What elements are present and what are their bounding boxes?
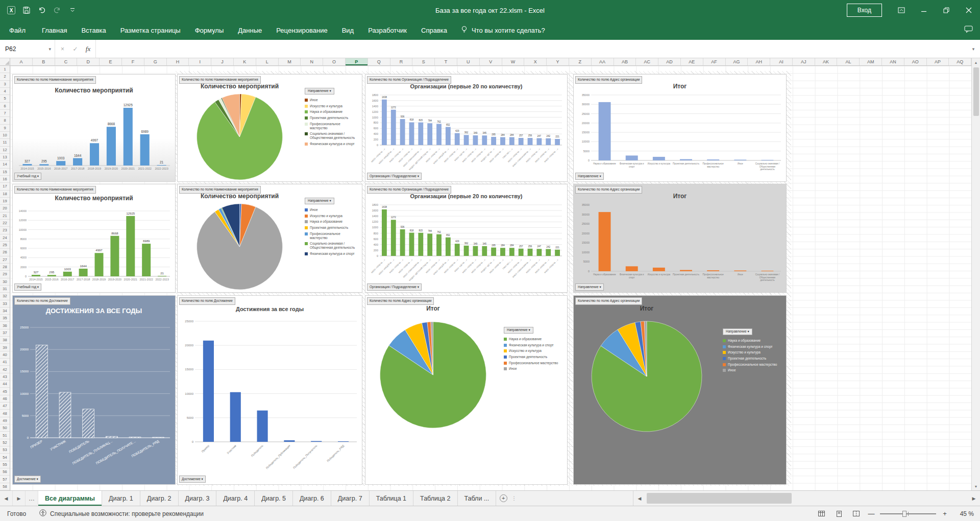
row-header-32[interactable]: 32 (0, 293, 10, 300)
pivot-value-button[interactable]: Количество по полю Адрес организации (367, 297, 434, 305)
column-header-S[interactable]: S (412, 58, 435, 65)
row-header-24[interactable]: 24 (0, 234, 10, 242)
pivot-value-button[interactable]: Количество по полю Адрес организации (575, 297, 642, 305)
undo-icon[interactable] (35, 3, 49, 17)
row-header-47[interactable]: 47 (0, 402, 10, 410)
column-header-C[interactable]: C (55, 58, 78, 65)
page-break-view-icon[interactable] (850, 508, 863, 519)
zoom-slider-thumb[interactable] (902, 511, 906, 517)
normal-view-icon[interactable] (815, 508, 828, 519)
row-header-13[interactable]: 13 (0, 154, 10, 161)
row-header-53[interactable]: 53 (0, 446, 10, 454)
row-header-49[interactable]: 49 (0, 417, 10, 424)
save-icon[interactable] (19, 3, 34, 17)
row-header-55[interactable]: 55 (0, 461, 10, 468)
pivot-value-button[interactable]: Количество по полю Организация / Подразд… (367, 186, 451, 194)
row-header-12[interactable]: 12 (0, 147, 10, 154)
horizontal-scroll-track[interactable] (646, 491, 968, 506)
sheet-tab-3[interactable]: Диагр. 2 (140, 491, 179, 506)
horizontal-scroll-thumb[interactable] (647, 493, 792, 504)
column-header-AC[interactable]: AC (636, 58, 658, 65)
ribbon-tab-7[interactable]: Рецензирование (269, 20, 334, 40)
column-header-L[interactable]: L (256, 58, 279, 65)
row-header-41[interactable]: 41 (0, 359, 10, 366)
pivot-legend-button[interactable]: Направление ▾ (504, 327, 533, 334)
ribbon-tab-5[interactable]: Формулы (188, 20, 231, 40)
row-header-42[interactable]: 42 (0, 366, 10, 373)
row-header-19[interactable]: 19 (0, 198, 10, 205)
chart-11[interactable]: Количество по полю Адрес организацииИтог… (365, 295, 568, 485)
row-header-29[interactable]: 29 (0, 271, 10, 278)
scroll-up-icon[interactable]: ▲ (972, 58, 980, 66)
pivot-value-button[interactable]: Количество по полю Организация / Подразд… (367, 76, 451, 84)
column-header-E[interactable]: E (100, 58, 122, 65)
row-header-50[interactable]: 50 (0, 424, 10, 432)
row-header-33[interactable]: 33 (0, 300, 10, 307)
zoom-slider[interactable] (880, 513, 936, 514)
vertical-scroll-thumb[interactable] (973, 67, 979, 116)
chart-9[interactable]: Количество по полю ДостижениеДОСТИЖЕНИЯ … (12, 295, 176, 485)
row-header-14[interactable]: 14 (0, 161, 10, 168)
column-header-AB[interactable]: AB (614, 58, 636, 65)
row-header-9[interactable]: 9 (0, 125, 10, 132)
column-header-F[interactable]: F (122, 58, 144, 65)
column-header-AD[interactable]: AD (658, 58, 681, 65)
column-header-Q[interactable]: Q (368, 58, 390, 65)
pivot-legend-button[interactable]: Направление ▾ (575, 283, 604, 291)
chart-1[interactable]: Количество по полю Наименование мероприя… (12, 74, 176, 182)
pivot-legend-button[interactable]: Направление ▾ (305, 88, 334, 94)
row-header-37[interactable]: 37 (0, 329, 10, 337)
pivot-axis-button[interactable]: Учебный год ▾ (14, 283, 41, 291)
pivot-legend-button[interactable]: Направление ▾ (723, 328, 752, 335)
row-header-44[interactable]: 44 (0, 381, 10, 388)
column-header-O[interactable]: O (323, 58, 346, 65)
column-header-T[interactable]: T (435, 58, 457, 65)
row-header-46[interactable]: 46 (0, 395, 10, 402)
column-header-AA[interactable]: AA (592, 58, 614, 65)
column-header-AF[interactable]: AF (703, 58, 726, 65)
row-header-56[interactable]: 56 (0, 468, 10, 476)
pivot-legend-button[interactable]: Направление ▾ (575, 173, 604, 180)
pivot-value-button[interactable]: Количество по полю Наименование мероприя… (14, 76, 96, 84)
row-header-31[interactable]: 31 (0, 286, 10, 293)
pivot-value-button[interactable]: Количество по полю Адрес организации (575, 186, 642, 194)
row-header-16[interactable]: 16 (0, 176, 10, 183)
ribbon-tab-3[interactable]: Вставка (74, 20, 113, 40)
row-header-54[interactable]: 54 (0, 454, 10, 461)
ribbon-tab-4[interactable]: Разметка страницы (113, 20, 188, 40)
column-header-AM[interactable]: AM (860, 58, 882, 65)
sheet-nav-left-icon[interactable]: ◀ (0, 491, 13, 506)
row-header-18[interactable]: 18 (0, 191, 10, 198)
row-header-3[interactable]: 3 (0, 81, 10, 88)
cancel-icon[interactable]: × (56, 45, 69, 53)
column-header-AK[interactable]: AK (815, 58, 838, 65)
name-box[interactable]: P62 ▾ (0, 40, 55, 58)
column-header-J[interactable]: J (211, 58, 234, 65)
chart-10[interactable]: Количество по полю ДостижениеДостижения … (177, 295, 362, 485)
chart-5[interactable]: Количество по полю Наименование мероприя… (12, 184, 176, 293)
sheet-nav-more-icon[interactable]: … (26, 491, 38, 506)
chart-8[interactable]: Количество по полю Адрес организацииИтог… (573, 184, 787, 293)
redo-icon[interactable] (50, 3, 64, 17)
page-layout-view-icon[interactable] (832, 508, 845, 519)
pivot-value-button[interactable]: Количество по полю Достижение (14, 297, 70, 305)
row-header-17[interactable]: 17 (0, 183, 10, 190)
insert-function-icon[interactable]: fx (82, 45, 94, 53)
horizontal-scrollbar[interactable]: ◀ ▶ (633, 491, 980, 506)
ribbon-tab-9[interactable]: Разработчик (361, 20, 414, 40)
row-header-11[interactable]: 11 (0, 139, 10, 146)
name-box-dropdown-icon[interactable]: ▾ (48, 46, 55, 52)
row-header-25[interactable]: 25 (0, 242, 10, 249)
pivot-value-button[interactable]: Количество по полю Адрес организации (575, 76, 642, 84)
chart-7[interactable]: Количество по полю Организация / Подразд… (365, 184, 568, 293)
column-header-X[interactable]: X (524, 58, 547, 65)
new-sheet-button[interactable]: + (496, 491, 510, 506)
row-header-22[interactable]: 22 (0, 220, 10, 227)
tell-me-box[interactable]: Что вы хотите сделать? (454, 26, 551, 35)
column-header-AG[interactable]: AG (726, 58, 748, 65)
column-header-AN[interactable]: AN (882, 58, 904, 65)
accessibility-checker[interactable]: Специальные возможности: проверьте реком… (34, 509, 209, 518)
pivot-value-button[interactable]: Количество по полю Наименование мероприя… (179, 186, 261, 194)
sheet-tab-2[interactable]: Диагр. 1 (102, 491, 140, 506)
ribbon-tab-1[interactable]: Файл (0, 20, 35, 40)
